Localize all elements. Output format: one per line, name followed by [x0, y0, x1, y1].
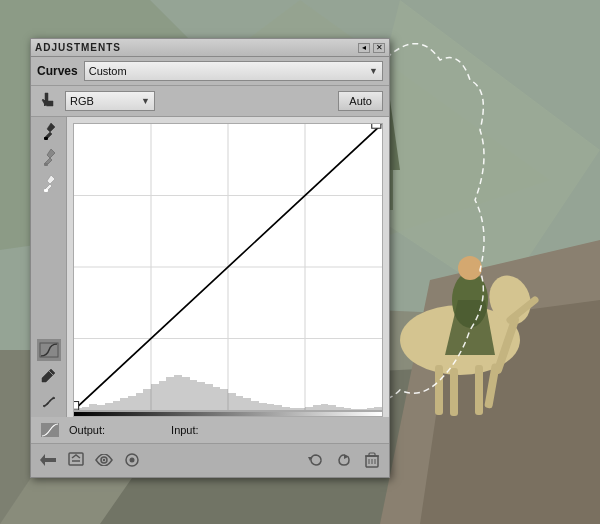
- pencil-mode-icon[interactable]: [37, 365, 61, 387]
- histogram-bar: [159, 381, 167, 410]
- histogram-bar: [274, 405, 282, 410]
- histogram-bar: [213, 387, 221, 410]
- svg-marker-42: [40, 454, 56, 466]
- channel-row: RGB ▼ Auto: [31, 86, 389, 117]
- histogram-bar: [220, 389, 228, 410]
- curve-inner: [73, 123, 383, 411]
- hand-tool-icon[interactable]: [37, 90, 59, 112]
- histogram-bar: [313, 405, 321, 410]
- svg-rect-26: [44, 137, 48, 140]
- main-area: [31, 117, 389, 417]
- histogram-bar: [282, 407, 290, 411]
- histogram-bar: [336, 407, 344, 411]
- panel-controls: ◂ ✕: [358, 43, 385, 53]
- curves-label: Curves: [37, 64, 78, 78]
- cycle-icon[interactable]: [305, 449, 327, 471]
- svg-point-48: [130, 458, 135, 463]
- histogram-bar: [89, 404, 97, 410]
- histogram-bar: [143, 389, 151, 410]
- histogram-bar: [97, 405, 105, 410]
- chevron-down-icon: ▼: [369, 66, 378, 76]
- histogram-bar: [166, 377, 174, 410]
- histogram-bar: [359, 409, 367, 410]
- histogram-bar: [182, 377, 190, 410]
- eyedropper-shadow-icon[interactable]: [37, 121, 61, 143]
- histogram-bar: [190, 380, 198, 410]
- histogram-bar: [228, 393, 236, 411]
- histogram-bar: [205, 384, 213, 410]
- channel-dropdown[interactable]: RGB ▼: [65, 91, 155, 111]
- histogram-bar: [236, 396, 244, 410]
- histogram-bar: [82, 407, 90, 411]
- reset-icon[interactable]: [333, 449, 355, 471]
- curves-header: Curves Custom ▼: [31, 57, 389, 86]
- svg-rect-28: [44, 189, 48, 192]
- histogram-bar: [251, 401, 259, 410]
- preset-value: Custom: [89, 65, 127, 77]
- histogram-bar: [321, 404, 329, 410]
- mask-eye-icon[interactable]: [93, 449, 115, 471]
- panel-title: ADJUSTMENTS: [35, 42, 121, 53]
- preset-dropdown[interactable]: Custom ▼: [84, 61, 383, 81]
- histogram-bar: [351, 409, 359, 410]
- histogram-bar: [305, 407, 313, 411]
- auto-button[interactable]: Auto: [338, 91, 383, 111]
- left-tools: [31, 117, 67, 417]
- histogram-bar: [328, 405, 336, 410]
- channel-value: RGB: [70, 95, 94, 107]
- svg-rect-25: [44, 100, 46, 106]
- histogram-bar: [374, 407, 382, 411]
- histogram-bar: [105, 403, 113, 410]
- channel-chevron-icon: ▼: [141, 96, 150, 106]
- footer-row: [31, 443, 389, 476]
- output-input-row: Output: Input:: [31, 417, 389, 443]
- pointer-svg: [39, 92, 57, 110]
- histogram-bar: [113, 401, 121, 410]
- input-label: Input:: [171, 424, 199, 436]
- eyedropper-mid-icon[interactable]: [37, 147, 61, 169]
- adjustments-panel: ADJUSTMENTS ◂ ✕ Curves Custom ▼ RGB ▼ Au…: [30, 38, 390, 478]
- histogram-bar: [267, 404, 275, 410]
- svg-point-46: [103, 459, 105, 461]
- svg-rect-27: [44, 163, 48, 166]
- svg-rect-39: [372, 124, 381, 128]
- histogram-bar: [297, 408, 305, 410]
- curve-canvas-area: [67, 117, 389, 417]
- curve-mode-icon[interactable]: [37, 339, 61, 361]
- collapse-button[interactable]: ◂: [358, 43, 370, 53]
- output-label: Output:: [69, 424, 105, 436]
- histogram-bar: [136, 393, 144, 411]
- visibility-icon[interactable]: [121, 449, 143, 471]
- histogram-bar: [344, 408, 352, 410]
- curve-small-icon: [39, 421, 61, 439]
- curve-grid-svg: [74, 124, 382, 410]
- close-button[interactable]: ✕: [373, 43, 385, 53]
- delete-icon[interactable]: [361, 449, 383, 471]
- back-arrow-icon[interactable]: [37, 449, 59, 471]
- histogram-bar: [120, 398, 128, 410]
- histogram-bar: [243, 398, 251, 410]
- reset-smooth-icon[interactable]: [37, 391, 61, 413]
- panel-titlebar: ADJUSTMENTS ◂ ✕: [31, 39, 389, 57]
- histogram-bars: [74, 370, 382, 410]
- eyedropper-highlight-icon[interactable]: [37, 173, 61, 195]
- histogram-bar: [74, 408, 82, 410]
- histogram-bar: [174, 375, 182, 410]
- histogram-bar: [197, 382, 205, 410]
- histogram-bar: [151, 384, 159, 410]
- histogram-bar: [367, 408, 375, 410]
- histogram-bar: [290, 408, 298, 410]
- histogram-bar: [128, 396, 136, 410]
- add-adjustment-icon[interactable]: [65, 449, 87, 471]
- histogram-bar: [259, 403, 267, 410]
- footer-right-icons: [305, 449, 383, 471]
- input-gradient-bar: [73, 411, 383, 417]
- svg-rect-52: [369, 453, 375, 456]
